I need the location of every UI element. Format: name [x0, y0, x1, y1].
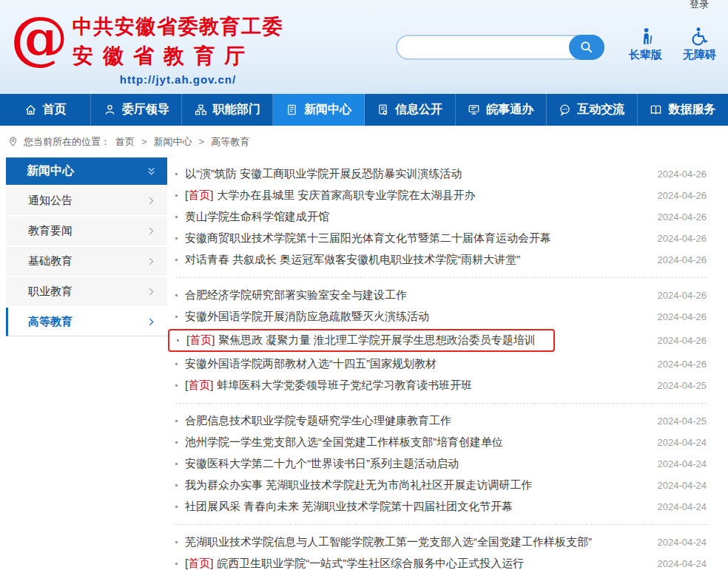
bullet-icon: [175, 237, 178, 240]
news-group: 合肥经济学院研究部署实验室安全与建设工作 2024-04-26 安徽外国语学院开…: [175, 284, 707, 397]
news-row[interactable]: 池州学院一学生党支部入选“全国党建工作样板支部”培育创建单位 2024-04-2…: [175, 432, 707, 453]
nav-item-departments[interactable]: 职能部门: [182, 94, 273, 126]
site-header: 登录 @ 中共安徽省委教育工委 安徽省教育厅 http://jyt.ah.gov…: [0, 0, 728, 94]
nav-item-data-services[interactable]: 数据服务: [638, 94, 728, 126]
chevron-right-icon: [149, 257, 154, 265]
bullet-icon: [175, 563, 178, 565]
bullet-icon: [175, 420, 178, 422]
bullet-icon: [175, 384, 178, 387]
news-link[interactable]: 大学办在县城里 安庆首家高职专业学院在太湖县开办: [217, 189, 475, 203]
nav-label: 首页: [43, 102, 67, 118]
sidebar-item-vocational-education[interactable]: 职业教育: [6, 277, 167, 306]
sidebar-header[interactable]: 新闻中心: [6, 157, 167, 185]
news-link[interactable]: 安徽商贸职业技术学院第十三届阳光体育文化节暨第二十届体育运动会开幕: [185, 231, 551, 245]
news-link[interactable]: 池州学院一学生党支部入选“全国党建工作样板支部”培育创建单位: [185, 435, 503, 449]
site-url: http://jyt.ah.gov.cn/: [73, 73, 283, 86]
news-list: 以“演”筑防 安徽工商职业学院开展反恐防暴实训演练活动 2024-04-26 […: [175, 157, 707, 570]
sidebar-item-higher-education[interactable]: 高等教育: [6, 308, 167, 336]
accessibility-link[interactable]: 无障碍: [683, 27, 716, 62]
sidebar-item-basic-education[interactable]: 基础教育: [6, 247, 167, 276]
news-row-highlighted[interactable]: [首页]聚焦思政 凝聚力量 淮北理工学院开展学生思想政治委员专题培训 2024-…: [175, 328, 707, 353]
news-link[interactable]: 芜湖职业技术学院信息与人工智能学院教工第一党支部入选“全国党建工作样板支部”: [185, 535, 592, 549]
bullet-icon: [175, 484, 178, 486]
news-date: 2024-04-26: [658, 359, 707, 370]
emblem-icon: @: [10, 10, 68, 65]
dashed-divider: [175, 277, 707, 278]
news-row[interactable]: 芜湖职业技术学院信息与人工智能学院教工第一党支部入选“全国党建工作样板支部” 2…: [175, 532, 707, 553]
news-row[interactable]: 安徽医科大学第二十九个“世界读书日”系列主题活动启动 2024-04-24: [175, 453, 707, 475]
search-button[interactable]: [569, 35, 604, 60]
news-row[interactable]: [首页]大学办在县城里 安庆首家高职专业学院在太湖县开办 2024-04-26: [175, 185, 707, 206]
dashed-divider: [175, 524, 707, 525]
search-bar: [396, 35, 604, 60]
nav-item-interaction[interactable]: 互动交流: [547, 94, 638, 126]
nav-item-info-disclosure[interactable]: 信息公开: [365, 94, 456, 126]
nav-label: 职能部门: [213, 102, 260, 118]
nav-label: 信息公开: [395, 102, 442, 118]
breadcrumb-higher-education[interactable]: 高等教育: [211, 135, 249, 149]
nav-label: 互动交流: [577, 102, 624, 118]
nav-item-wanshi-tongban[interactable]: 皖事通办: [456, 94, 547, 126]
nav-item-home[interactable]: 首页: [0, 94, 91, 126]
news-link[interactable]: 安徽外国语学院开展消防应急疏散暨灭火演练活动: [185, 310, 429, 324]
chevron-right-icon: [149, 227, 154, 235]
news-date: 2024-04-24: [658, 437, 707, 448]
news-link[interactable]: 我为群众办实事 芜湖职业技术学院赴无为市尚礼社区开展走访调研工作: [185, 478, 532, 492]
content-area: 新闻中心 通知公告 教育要闻 基础教育 职业教育 高等教育 以“演”筑防 安徽工…: [0, 157, 728, 570]
nav-item-leaders[interactable]: 委厅领导: [91, 94, 182, 126]
breadcrumb-home[interactable]: 首页: [115, 135, 135, 149]
front-page-tag: [首页]: [185, 189, 213, 203]
news-date: 2024-04-26: [658, 311, 707, 322]
chevron-right-icon: [149, 318, 154, 326]
elder-version-link[interactable]: 长辈版: [629, 27, 662, 62]
news-row[interactable]: 安徽商贸职业技术学院第十三届阳光体育文化节暨第二十届体育运动会开幕 2024-0…: [175, 228, 707, 249]
news-row[interactable]: 对话青春 共叙成长 奥运冠军做客安徽机电职业技术学院“雨耕大讲堂” 2024-0…: [175, 249, 707, 271]
bullet-icon: [175, 363, 178, 365]
news-link[interactable]: 以“演”筑防 安徽工商职业学院开展反恐防暴实训演练活动: [185, 167, 462, 181]
bullet-icon: [175, 316, 178, 318]
news-row[interactable]: 以“演”筑防 安徽工商职业学院开展反恐防暴实训演练活动 2024-04-26: [175, 163, 707, 185]
news-link[interactable]: 安徽外国语学院两部教材入选“十四五”国家规划教材: [185, 357, 437, 371]
news-link[interactable]: 皖西卫生职业学院“一站式”学生社区综合服务中心正式投入运行: [217, 557, 524, 570]
bullet-icon: [175, 173, 178, 175]
news-row[interactable]: 安徽外国语学院开展消防应急疏散暨灭火演练活动 2024-04-26: [175, 306, 707, 328]
news-row[interactable]: 我为群众办实事 芜湖职业技术学院赴无为市尚礼社区开展走访调研工作 2024-04…: [175, 475, 707, 496]
news-row[interactable]: 合肥信息技术职业学院专题研究学生心理健康教育工作 2024-04-25: [175, 410, 707, 432]
news-date: 2024-04-24: [658, 480, 707, 491]
chevron-right-icon: [149, 197, 154, 205]
breadcrumb-news-center[interactable]: 新闻中心: [154, 135, 192, 149]
bullet-icon: [175, 194, 178, 197]
news-date: 2024-04-24: [658, 458, 707, 469]
sidebar-item-education-news[interactable]: 教育要闻: [6, 217, 167, 245]
news-date: 2024-04-25: [658, 415, 707, 427]
news-link[interactable]: 聚焦思政 凝聚力量 淮北理工学院开展学生思想政治委员专题培训: [218, 333, 535, 347]
news-row[interactable]: [首页]蚌埠医科大学党委领导班子党纪学习教育读书班开班 2024-04-25: [175, 375, 707, 396]
sidebar: 新闻中心 通知公告 教育要闻 基础教育 职业教育 高等教育: [6, 157, 167, 336]
nav-item-news-center[interactable]: 新闻中心: [273, 94, 364, 126]
news-link[interactable]: 蚌埠医科大学党委领导班子党纪学习教育读书班开班: [217, 379, 472, 393]
book-icon: [650, 104, 662, 116]
news-row[interactable]: 安徽外国语学院两部教材入选“十四五”国家规划教材 2024-04-26: [175, 353, 707, 375]
news-date: 2024-04-26: [658, 290, 707, 301]
news-link[interactable]: 安徽医科大学第二十九个“世界读书日”系列主题活动启动: [185, 457, 459, 471]
news-link[interactable]: 合肥经济学院研究部署实验室安全与建设工作: [185, 288, 407, 302]
search-input[interactable]: [408, 36, 566, 58]
news-row[interactable]: 社团展风采 青春向未来 芜湖职业技术学院第十四届社团文化节开幕 2024-04-…: [175, 496, 707, 518]
nav-label: 皖事通办: [486, 102, 533, 118]
login-link[interactable]: 登录: [690, 0, 709, 11]
monitor-icon: [468, 104, 480, 116]
news-row[interactable]: 黄山学院生命科学馆建成开馆 2024-04-26: [175, 206, 707, 228]
news-row[interactable]: 合肥经济学院研究部署实验室安全与建设工作 2024-04-26: [175, 285, 707, 306]
sidebar-item-notices[interactable]: 通知公告: [6, 186, 167, 215]
news-link[interactable]: 黄山学院生命科学馆建成开馆: [185, 210, 329, 224]
org-title-line1: 中共安徽省委教育工委: [73, 13, 283, 40]
site-logo[interactable]: @ 中共安徽省委教育工委 安徽省教育厅 http://jyt.ah.gov.cn…: [10, 10, 283, 86]
news-link[interactable]: 对话青春 共叙成长 奥运冠军做客安徽机电职业技术学院“雨耕大讲堂”: [185, 253, 520, 267]
news-link[interactable]: 合肥信息技术职业学院专题研究学生心理健康教育工作: [185, 414, 451, 428]
front-page-tag: [首页]: [185, 557, 213, 570]
news-link[interactable]: 社团展风采 青春向未来 芜湖职业技术学院第十四届社团文化节开幕: [185, 500, 513, 514]
elder-person-icon: [636, 27, 655, 46]
news-row[interactable]: [首页]皖西卫生职业学院“一站式”学生社区综合服务中心正式投入运行 2024-0…: [175, 553, 707, 570]
bullet-icon: [175, 463, 178, 465]
news-date: 2024-04-25: [658, 380, 707, 391]
